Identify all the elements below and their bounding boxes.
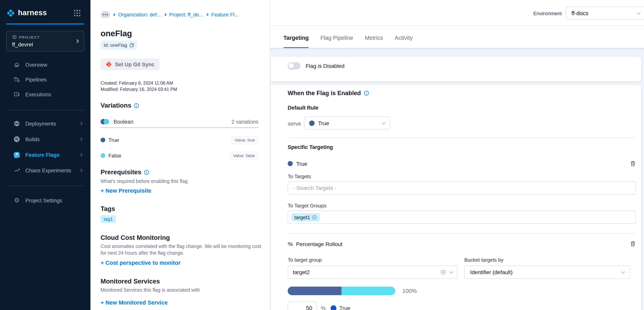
info-icon[interactable]: [364, 90, 369, 96]
prerequisites-heading-row: Prerequisites: [100, 168, 149, 176]
feature-flags-icon: [13, 151, 20, 158]
tags-heading: Tags: [100, 205, 115, 212]
rollout-total-label: 100%: [402, 288, 417, 294]
search-targets-input[interactable]: [288, 181, 636, 194]
breadcrumb: Organization: def... Project: ff_de... F…: [100, 11, 238, 18]
tab-label: Metrics: [365, 35, 383, 41]
sidebar-item-executions[interactable]: Executions: [0, 88, 90, 101]
clear-selection-icon[interactable]: [440, 270, 446, 275]
logo-row: harness: [6, 8, 84, 18]
cost-perspective-link[interactable]: + Cost perspective to monitor: [100, 260, 180, 266]
chevron-down-icon: [621, 270, 625, 274]
tab-activity[interactable]: Activity: [395, 26, 413, 48]
info-icon[interactable]: [144, 170, 149, 175]
sidebar-item-chaos-experiments[interactable]: Chaos Experiments: [0, 164, 90, 177]
project-name: ff_devrel: [12, 41, 33, 48]
true-variation-dot: [309, 120, 314, 126]
new-monitored-service-link[interactable]: + New Monitored Service: [100, 300, 168, 306]
divider: [288, 233, 636, 234]
executions-icon: [13, 91, 20, 98]
to-target-groups-label: To Target Groups: [288, 203, 326, 208]
serve-value: True: [318, 120, 329, 126]
boolean-type-icon: [100, 119, 109, 124]
delete-rollout-trash-icon[interactable]: [630, 240, 636, 247]
tab-flag-pipeline[interactable]: Flag Pipeline: [320, 26, 353, 48]
chevron-right-icon: [75, 39, 79, 43]
default-rule-label: Default Rule: [288, 105, 318, 111]
rollout-target-group-label: To target group: [288, 257, 322, 263]
variation-value-badge: Value: false: [230, 152, 258, 160]
breadcrumb-section-link[interactable]: Feature Fl...: [211, 12, 238, 18]
harness-feature-flag-page: harness PROJECT ff_devrel Overview: [0, 0, 644, 310]
variation-type-row: Boolean 2 variations: [100, 118, 258, 125]
tab-label: Targeting: [284, 35, 309, 41]
tag-chip[interactable]: tag1: [100, 215, 116, 223]
app-grid-icon[interactable]: [74, 10, 80, 16]
sidebar-item-label: Builds: [25, 136, 40, 142]
remove-chip-icon[interactable]: [312, 215, 317, 220]
chevron-right-icon: [113, 13, 116, 16]
sidebar-item-overview[interactable]: Overview: [0, 58, 90, 71]
rollout-distribution-bar: [288, 286, 395, 295]
sidebar-item-builds[interactable]: Builds: [0, 132, 90, 146]
sidebar-item-project-settings[interactable]: ⚙ Project Settings: [0, 194, 90, 207]
sidebar: harness PROJECT ff_devrel Overview: [0, 0, 90, 310]
monitored-services-description: Monitored Services this flag is associat…: [100, 287, 261, 294]
variation-name: False: [108, 153, 121, 158]
variations-heading: Variations: [100, 102, 131, 109]
sidebar-item-label: Deployments: [25, 121, 56, 126]
variation-row-true: True Value: true: [100, 137, 258, 143]
flag-enabled-toggle[interactable]: [288, 62, 300, 70]
project-selector[interactable]: PROJECT ff_devrel: [6, 31, 84, 52]
cloud-cost-heading-row: Cloud Cost Monitoring: [100, 234, 170, 241]
tab-targeting[interactable]: Targeting: [284, 26, 309, 48]
tab-metrics[interactable]: Metrics: [365, 26, 383, 48]
bucket-targets-select[interactable]: Identifier (default): [464, 266, 630, 279]
info-icon[interactable]: [134, 103, 139, 108]
rollout-target-group-select[interactable]: target2: [288, 266, 458, 279]
page-title: oneFlag: [100, 29, 132, 38]
rollout-weight-row: 50 % True: [288, 302, 350, 310]
chevron-right-icon: [164, 13, 166, 16]
percentage-rollout-heading: Percentage Rollout: [296, 241, 342, 247]
git-icon: [106, 61, 112, 68]
tags-heading-row: Tags: [100, 205, 115, 212]
sidebar-item-pipelines[interactable]: Pipelines: [0, 73, 90, 86]
weight-percent-input[interactable]: 50: [288, 302, 316, 310]
sidebar-divider: [6, 110, 84, 110]
target-groups-input[interactable]: target1: [288, 210, 636, 224]
sidebar-item-label: Overview: [25, 62, 47, 68]
delete-rule-trash-icon[interactable]: [630, 160, 636, 167]
sidebar-accent-rule: [6, 24, 84, 24]
builds-icon: [13, 136, 20, 143]
targeting-panel: Environment ff-docs Targeting Flag Pipel…: [270, 0, 644, 310]
chevron-right-icon: [206, 13, 208, 16]
copy-icon[interactable]: [130, 43, 134, 48]
prerequisites-description: What's required before enabling this fla…: [100, 178, 261, 185]
default-rule-serve-select[interactable]: True: [304, 116, 390, 130]
set-up-git-sync-button[interactable]: Set Up Git Sync: [100, 58, 160, 70]
specific-targeting-heading: Specific Targeting: [288, 144, 333, 150]
sidebar-divider: [6, 186, 84, 186]
environment-select[interactable]: ff-docs: [566, 7, 644, 20]
sidebar-item-deployments[interactable]: Deployments: [0, 117, 90, 130]
sidebar-item-label: Executions: [25, 92, 51, 97]
rollout-false-segment: [342, 286, 395, 295]
cloud-cost-description: Cost anomalies correlated with the flag …: [100, 243, 261, 256]
weight-variation-label: True: [339, 305, 350, 310]
breadcrumb-org-link[interactable]: Organization: def...: [118, 12, 161, 18]
flag-id-text: Id: oneFlag: [104, 42, 127, 48]
breadcrumb-collapse-button[interactable]: [100, 11, 110, 18]
divider: [100, 128, 258, 128]
target-group-chip[interactable]: target1: [292, 213, 320, 221]
rule-variation-name: True: [296, 160, 308, 167]
rollout-true-segment: [288, 286, 342, 295]
variation-count: 2 variations: [232, 119, 258, 124]
false-variation-dot: [100, 153, 105, 158]
flag-id-badge[interactable]: Id: oneFlag: [100, 40, 137, 50]
to-targets-label: To Targets: [288, 174, 311, 179]
variation-value-badge: Value: true: [231, 136, 258, 144]
breadcrumb-project-link[interactable]: Project: ff_de...: [169, 12, 203, 18]
sidebar-item-feature-flags[interactable]: Feature Flags: [0, 148, 90, 162]
new-prerequisite-link[interactable]: + New Prerequisite: [100, 188, 151, 194]
